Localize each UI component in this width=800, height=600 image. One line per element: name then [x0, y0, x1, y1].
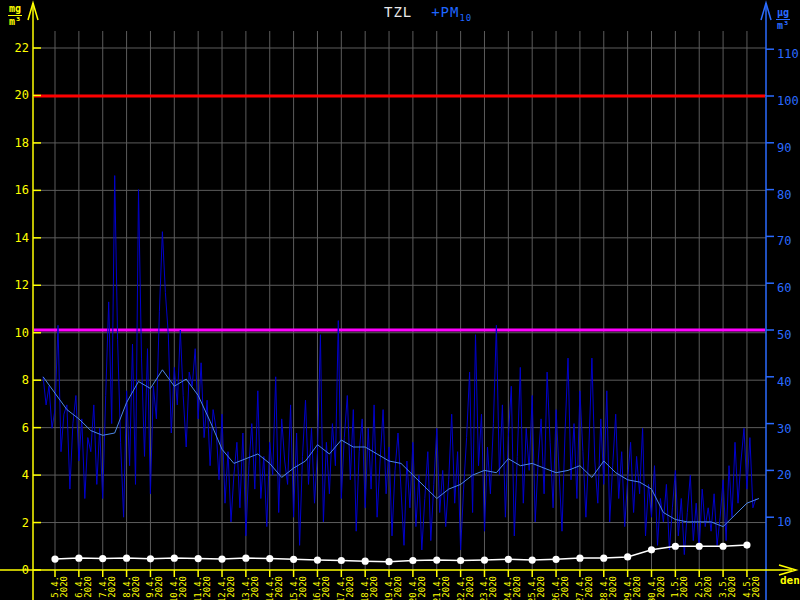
x-axis-year-label: 2020: [441, 576, 451, 598]
left-axis-tick-label: 14: [15, 231, 29, 245]
TZL-daily-point-marker: [529, 556, 536, 563]
left-axis-tick-label: 18: [15, 136, 29, 150]
TZL-daily-point-marker: [147, 555, 154, 562]
right-axis-tick-label: 30: [777, 422, 791, 436]
TZL-daily-point-marker: [719, 543, 726, 550]
x-axis-year-label: 2020: [345, 576, 355, 598]
x-axis-year-label: 2020: [512, 576, 522, 598]
x-axis-label: den: [780, 574, 800, 587]
right-axis-tick-label: 110: [777, 47, 799, 61]
x-axis-year-label: 2020: [178, 576, 188, 598]
x-axis-year-label: 2020: [536, 576, 546, 598]
x-axis-year-label: 2020: [584, 576, 594, 598]
TZL-daily-point-marker: [171, 555, 178, 562]
right-axis-tick-label: 70: [777, 234, 791, 248]
x-axis-year-label: 2020: [59, 576, 69, 598]
TZL-daily-point-marker: [266, 555, 273, 562]
right-axis-tick-label: 90: [777, 141, 791, 155]
right-axis-tick-label: 60: [777, 281, 791, 295]
TZL-daily-point-marker: [481, 556, 488, 563]
left-axis-tick-label: 6: [22, 421, 29, 435]
x-axis-year-label: 2020: [751, 576, 761, 598]
right-axis-tick-label: 80: [777, 188, 791, 202]
x-axis-year-label: 2020: [417, 576, 427, 598]
x-axis-year-label: 2020: [298, 576, 308, 598]
right-axis-tick-label: 50: [777, 328, 791, 342]
TZL-daily-point-marker: [505, 556, 512, 563]
x-axis-year-label: 2020: [274, 576, 284, 598]
TZL-daily-series-line: [55, 545, 747, 562]
x-axis-year-label: 2020: [321, 576, 331, 598]
TZL-daily-point-marker: [552, 556, 559, 563]
x-axis-year-label: 2020: [226, 576, 236, 598]
TZL-daily-point-marker: [696, 543, 703, 550]
TZL-daily-point-marker: [457, 557, 464, 564]
x-axis-year-label: 2020: [393, 576, 403, 598]
left-axis-tick-label: 10: [15, 326, 29, 340]
x-axis-year-label: 2020: [465, 576, 475, 598]
TZL-daily-point-marker: [433, 556, 440, 563]
TZL-daily-point-marker: [672, 543, 679, 550]
TZL-daily-point-marker: [195, 555, 202, 562]
x-axis-year-label: 2020: [369, 576, 379, 598]
x-axis-year-label: 2020: [632, 576, 642, 598]
TZL-daily-point-marker: [648, 546, 655, 553]
TZL-daily-point-marker: [314, 556, 321, 563]
right-axis-tick-label: 20: [777, 468, 791, 482]
x-axis-year-label: 2020: [488, 576, 498, 598]
TZL-daily-point-marker: [99, 555, 106, 562]
x-axis-year-label: 2020: [560, 576, 570, 598]
TZL-daily-point-marker: [576, 555, 583, 562]
TZL-daily-point-marker: [362, 558, 369, 565]
right-axis-tick-label: 100: [777, 94, 799, 108]
left-axis-tick-label: 20: [15, 88, 29, 102]
left-axis-tick-label: 8: [22, 373, 29, 387]
left-axis-tick-label: 2: [22, 516, 29, 530]
x-axis-year-label: 2020: [107, 576, 117, 598]
left-axis-tick-label: 22: [15, 41, 29, 55]
left-axis-tick-label: 4: [22, 468, 29, 482]
x-axis-year-label: 2020: [679, 576, 689, 598]
TZL-daily-point-marker: [290, 556, 297, 563]
monitoring-chart-screen: mg m³ TZL +PM10 µg m³ 024681012141618202…: [0, 0, 800, 600]
TZL-daily-point-marker: [51, 555, 58, 562]
TZL-daily-point-marker: [743, 541, 750, 548]
TZL-daily-point-marker: [385, 558, 392, 565]
TZL-daily-point-marker: [409, 557, 416, 564]
right-axis-tick-label: 40: [777, 375, 791, 389]
right-axis-tick-label: 10: [777, 515, 791, 529]
x-axis-year-label: 2020: [656, 576, 666, 598]
x-axis-year-label: 2020: [727, 576, 737, 598]
x-axis-year-label: 2020: [202, 576, 212, 598]
x-axis-year-label: 2020: [703, 576, 713, 598]
TZL-daily-point-marker: [624, 553, 631, 560]
TZL-daily-point-marker: [338, 557, 345, 564]
TZL-daily-point-marker: [600, 555, 607, 562]
TZL-daily-point-marker: [218, 555, 225, 562]
left-axis-tick-label: 16: [15, 183, 29, 197]
TZL-daily-point-marker: [242, 555, 249, 562]
left-axis-tick-label: 0: [22, 563, 29, 577]
TZL-daily-point-marker: [75, 555, 82, 562]
x-axis-year-label: 2020: [250, 576, 260, 598]
TZL-daily-point-marker: [123, 555, 130, 562]
x-axis-year-label: 2020: [608, 576, 618, 598]
x-axis-year-label: 2020: [83, 576, 93, 598]
left-axis-tick-label: 12: [15, 278, 29, 292]
x-axis-year-label: 2020: [154, 576, 164, 598]
chart-plot-area: 0246810121416182022102030405060708090100…: [0, 0, 800, 600]
x-axis-year-label: 2020: [131, 576, 141, 598]
